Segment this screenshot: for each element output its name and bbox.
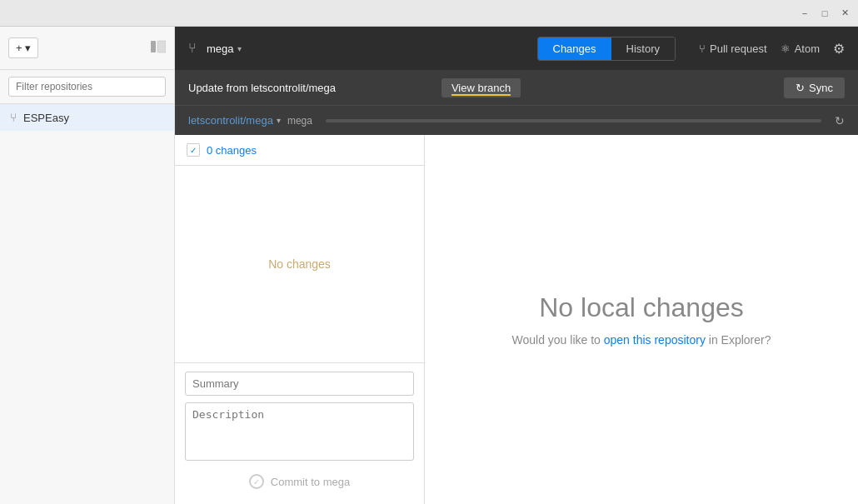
branch-path-text: letscontrolit/mega: [188, 114, 273, 127]
repository-name: ESPEasy: [23, 112, 69, 124]
subtitle-suffix: in Explorer?: [706, 333, 771, 347]
select-all-checkbox[interactable]: ✓: [187, 143, 200, 157]
branch-path[interactable]: letscontrolit/mega ▾: [188, 114, 281, 127]
commit-area: ✓ Commit to mega: [175, 362, 424, 504]
pull-request-button[interactable]: ⑂ Pull request: [699, 42, 767, 55]
changes-header: ✓ 0 changes: [175, 135, 424, 166]
top-bar: ⑂ mega ▾ Changes History ⑂ Pull request …: [175, 27, 858, 70]
sync-icon: ↻: [796, 82, 805, 94]
repository-list: ⑂ ESPEasy: [0, 104, 174, 504]
changes-panel: ✓ 0 changes No changes ✓ Commit to mega: [175, 135, 425, 504]
minimize-button[interactable]: −: [798, 7, 811, 20]
changes-list: No changes: [175, 166, 424, 362]
commit-button-label: Commit to mega: [271, 476, 350, 488]
toggle-sidebar-button[interactable]: [151, 40, 166, 57]
filter-repositories-input[interactable]: [8, 77, 166, 97]
close-button[interactable]: ✕: [838, 7, 851, 20]
no-changes-label: No changes: [268, 257, 331, 271]
commit-check-icon: ✓: [249, 474, 264, 489]
atom-icon: ⚛: [781, 42, 791, 55]
detail-panel: No local changes Would you like to open …: [425, 135, 858, 504]
repository-item-espeasy[interactable]: ⑂ ESPEasy: [0, 104, 174, 131]
repository-icon: ⑂: [10, 111, 17, 124]
progress-bar: [326, 119, 821, 122]
changes-tab[interactable]: Changes: [538, 37, 611, 60]
sync-label: Sync: [809, 82, 833, 94]
top-right-actions: ⑂ Pull request ⚛ Atom ⚙: [699, 41, 845, 57]
svg-rect-0: [151, 41, 156, 52]
sidebar-header: + ▾: [0, 27, 174, 70]
app-body: + ▾ ⑂ ESPEasy ⑂ mega ▾: [0, 27, 858, 504]
summary-input[interactable]: [185, 372, 414, 396]
loading-spinner-icon: ↻: [835, 114, 845, 127]
description-input[interactable]: [185, 402, 414, 461]
branch-path-bar: letscontrolit/mega ▾ mega ↻: [175, 105, 858, 135]
branch-sub-label: mega: [287, 115, 312, 127]
subtitle-prefix: Would you like to: [511, 333, 603, 347]
sync-button[interactable]: ↻ Sync: [784, 77, 845, 98]
no-local-changes-subtitle: Would you like to open this repository i…: [511, 333, 771, 347]
changes-count-label: 0 changes: [207, 144, 257, 157]
branch-name-label: mega: [207, 42, 234, 55]
pull-request-label: Pull request: [710, 42, 767, 55]
main-content: ⑂ mega ▾ Changes History ⑂ Pull request …: [175, 27, 858, 504]
no-local-changes-title: No local changes: [511, 292, 771, 323]
branch-update-bar: Update from letscontrolit/mega View bran…: [175, 70, 858, 105]
branch-icon: ⑂: [188, 41, 197, 56]
view-branch-button[interactable]: View branch: [441, 78, 521, 97]
history-tab[interactable]: History: [611, 37, 675, 60]
add-repository-button[interactable]: + ▾: [8, 37, 38, 58]
title-bar: − □ ✕: [0, 0, 858, 27]
update-from-text: Update from letscontrolit/mega: [188, 82, 431, 94]
pull-request-icon: ⑂: [699, 42, 706, 55]
sidebar: + ▾ ⑂ ESPEasy: [0, 27, 175, 504]
branch-caret-icon: ▾: [237, 44, 242, 53]
branch-selector[interactable]: mega ▾: [207, 42, 242, 55]
open-repository-link[interactable]: open this repository: [604, 333, 706, 347]
no-local-changes-container: No local changes Would you like to open …: [511, 292, 771, 347]
svg-rect-1: [157, 41, 166, 52]
content-area: ✓ 0 changes No changes ✓ Commit to mega: [175, 135, 858, 504]
atom-button[interactable]: ⚛ Atom: [781, 42, 820, 55]
tab-group: Changes History: [537, 37, 676, 61]
atom-label: Atom: [795, 42, 820, 55]
branch-path-caret-icon: ▾: [277, 116, 281, 125]
settings-button[interactable]: ⚙: [833, 41, 845, 57]
restore-button[interactable]: □: [818, 7, 831, 20]
commit-button[interactable]: ✓ Commit to mega: [185, 467, 414, 496]
view-branch-label: View branch: [451, 82, 511, 96]
filter-repositories-container: [0, 70, 174, 104]
